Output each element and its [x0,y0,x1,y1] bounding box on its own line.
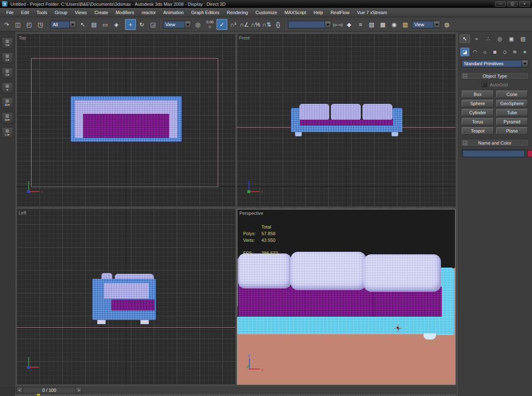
dropdown-arrow-icon[interactable] [433,21,440,28]
menu-item[interactable]: reactor [138,10,160,15]
plugin-button[interactable]: ▦ S▾ [2,37,13,49]
menu-item[interactable]: Group [51,10,71,15]
viewport-left[interactable]: Left [17,209,235,385]
plugin-button[interactable]: ▦ BI▾ [2,112,13,123]
menu-item[interactable]: Views [71,10,91,15]
align-icon[interactable]: ◆ [344,19,355,30]
menu-item[interactable]: Rendering [223,10,252,15]
cone-button[interactable]: Cone [496,91,528,98]
viewport-label[interactable]: Perspective [239,211,263,216]
next-frame-button[interactable]: > [76,387,82,394]
material-editor-icon[interactable]: ◉ [389,19,399,30]
close-button[interactable]: × [519,1,530,7]
plane-button[interactable]: Plane [496,127,528,135]
snaps-toggle-icon[interactable]: ∩³ [228,19,239,30]
display-tab[interactable]: ▣ [506,34,517,43]
select-and-move-icon[interactable]: + [125,19,136,30]
utilities-tab[interactable]: ▤ [518,34,528,43]
menu-item[interactable]: Graph Editors [187,10,223,15]
primitive-category-dropdown[interactable]: Standard Primitives [461,60,528,67]
object-name-input[interactable] [462,150,525,157]
viewport-label[interactable]: Front [239,35,250,40]
sofa-left-view[interactable] [92,273,156,324]
minimize-button[interactable]: — [495,1,506,7]
sofa-front-view[interactable] [291,104,402,136]
menu-item[interactable]: Help [310,10,327,15]
select-object-icon[interactable]: ↖ [77,19,88,30]
select-by-name-icon[interactable]: ▤ [89,19,99,30]
plugin-button[interactable]: ▦ ▾ [2,82,13,93]
hierarchy-tab[interactable]: ∴ [483,34,493,43]
render-preset-dropdown[interactable]: View [412,21,440,28]
select-and-link-icon[interactable]: ◫ [12,19,23,30]
systems-category-icon[interactable]: ∗ [520,48,529,56]
menu-item[interactable]: MAXScript [281,10,310,15]
cylinder-button[interactable]: Cylinder [462,109,494,116]
mirror-icon[interactable]: ▻◅ [332,19,343,30]
rect-selection-region-icon[interactable]: ▭ [100,19,111,30]
teapot-button[interactable]: Teapot [462,127,494,135]
object-color-swatch[interactable] [527,150,532,157]
object-type-rollout-header[interactable]: – Object Type [461,73,528,79]
named-selection-sets-dropdown[interactable] [288,21,331,28]
pyramid-button[interactable]: Pyramid [496,118,528,125]
dropdown-arrow-icon[interactable] [522,60,528,67]
schematic-view-icon[interactable]: ▩ [377,19,388,30]
time-slider[interactable]: < 0 / 100 > [17,387,82,394]
lights-category-icon[interactable]: ☼ [480,48,489,56]
render-setup-icon[interactable]: ▥ [400,19,411,30]
select-and-rotate-icon[interactable]: ↻ [136,19,147,30]
viewport-label[interactable]: Left [19,210,26,215]
track-bar[interactable] [15,394,457,396]
tube-button[interactable]: Tube [496,109,528,116]
viewport-top[interactable]: Top x [17,34,235,207]
coord-system-dropdown[interactable]: View [163,21,191,28]
autogrid-checkbox[interactable] [482,82,487,87]
menu-item[interactable]: File [2,10,17,15]
plane-object-edge[interactable] [17,327,235,328]
unlink-selection-icon[interactable]: ◰ [24,19,34,30]
layer-manager-icon[interactable]: ≡ [355,19,366,30]
space-warps-category-icon[interactable]: ≋ [510,48,519,56]
time-slider-value[interactable]: 0 / 100 [23,387,76,394]
menu-item[interactable]: Vue 7 xStream [353,10,391,15]
sphere-button[interactable]: Sphere [462,100,494,107]
menu-item[interactable]: RealFlow [327,10,353,15]
menu-item[interactable]: Modifiers [112,10,138,15]
undo-icon[interactable]: ↷ [1,19,12,30]
menu-item[interactable]: Customize [252,10,281,15]
shapes-category-icon[interactable]: ◠ [470,48,479,56]
menu-item[interactable]: Tools [33,10,51,15]
plugin-button[interactable]: ▦ LI▾ [2,127,13,138]
viewport-perspective[interactable]: Perspective Total Polys:57.858 Verts:43.… [237,209,456,385]
plugin-button[interactable]: ▦ S▾ [2,67,13,79]
angle-snap-icon[interactable]: ∩∠ [239,19,250,30]
restore-button[interactable]: ◱ [507,1,518,7]
name-color-rollout-header[interactable]: – Name and Color [461,140,528,146]
spinner-snap-icon[interactable]: ∩⇅ [261,19,272,30]
select-and-manipulate-icon[interactable]: ✓ [217,19,227,30]
plugin-button[interactable]: ▦ BI▾ [2,97,13,108]
menu-item[interactable]: Create [91,10,112,15]
keyboard-override-icon[interactable]: {} [273,19,283,30]
menu-item[interactable]: Edit [17,10,33,15]
quick-render-icon[interactable]: ◍ [441,19,452,30]
geosphere-button[interactable]: GeoSphere [496,100,528,107]
modify-tab[interactable]: ≈ [471,34,482,43]
window-crossing-icon[interactable]: ◈ [111,19,122,30]
viewport-front[interactable]: Front x [237,34,456,207]
selection-filter-dropdown[interactable]: All [50,21,76,28]
helpers-category-icon[interactable]: ◇ [500,48,509,56]
torus-button[interactable]: Torus [462,118,494,125]
dropdown-arrow-icon[interactable] [185,21,191,28]
dropdown-arrow-icon[interactable] [69,21,76,28]
plugin-button[interactable]: ▦ S▾ [2,52,13,64]
geometry-category-icon[interactable]: ◪ [461,48,469,56]
dropdown-arrow-icon[interactable] [325,21,331,28]
bind-to-space-warp-icon[interactable]: ◳ [35,19,46,30]
sofa-top-view[interactable] [71,96,182,142]
cameras-category-icon[interactable]: ◙ [490,48,499,56]
track-bar-key[interactable] [37,394,40,396]
use-pivot-center-icon[interactable]: ◎ [192,19,203,30]
menu-item[interactable]: Animation [160,10,187,15]
